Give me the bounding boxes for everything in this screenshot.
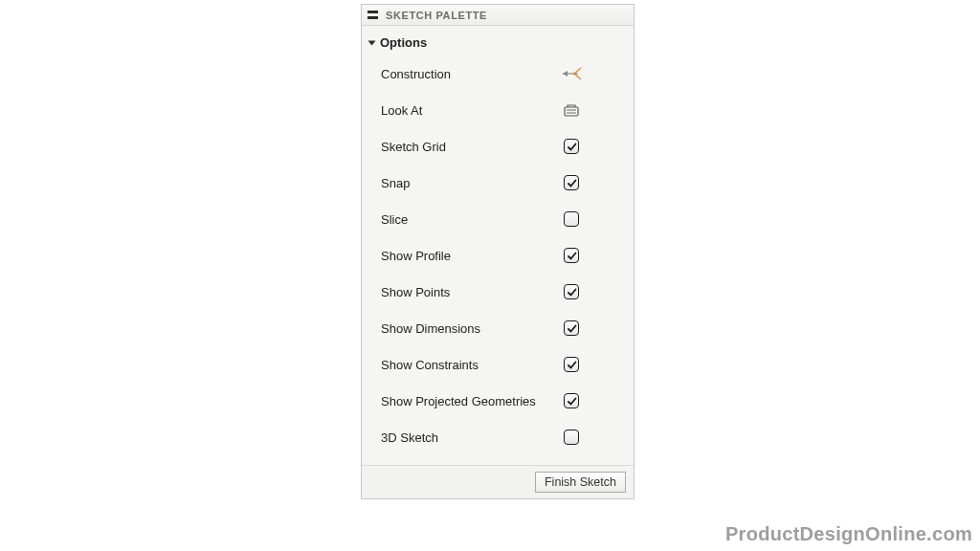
row-label: Show Points: [381, 285, 561, 299]
panel-collapse-icon[interactable]: [368, 11, 378, 19]
svg-point-6: [573, 73, 576, 76]
row-slice: Slice: [369, 201, 626, 237]
row-3d-sketch: 3D Sketch: [369, 419, 626, 455]
row-label: Show Projected Geometries: [381, 394, 561, 408]
row-label: Look At: [381, 103, 561, 118]
panel-body: Options Construction Look At: [362, 26, 634, 465]
svg-rect-0: [368, 11, 378, 13]
row-label: Show Profile: [381, 249, 561, 263]
panel-header: SKETCH PALETTE: [362, 5, 634, 26]
look-at-button[interactable]: [561, 100, 582, 120]
3d-sketch-checkbox[interactable]: [564, 430, 579, 445]
show-constraints-checkbox[interactable]: [564, 357, 579, 372]
row-sketch-grid: Sketch Grid: [369, 128, 626, 165]
row-look-at: Look At: [369, 92, 626, 128]
sketch-grid-checkbox[interactable]: [564, 139, 579, 154]
watermark-text: ProductDesignOnline.com: [725, 523, 972, 545]
svg-rect-1: [368, 16, 378, 19]
show-projected-geometries-checkbox[interactable]: [564, 393, 579, 408]
row-label: Snap: [381, 176, 561, 190]
options-disclosure[interactable]: Options: [369, 35, 626, 50]
svg-rect-7: [565, 107, 578, 116]
row-show-points: Show Points: [369, 274, 626, 310]
show-points-checkbox[interactable]: [564, 284, 579, 299]
row-snap: Snap: [369, 165, 626, 201]
row-label: Show Constraints: [381, 358, 561, 372]
finish-sketch-button[interactable]: Finish Sketch: [535, 472, 626, 493]
snap-checkbox[interactable]: [564, 175, 579, 190]
slice-checkbox[interactable]: [564, 211, 579, 227]
show-dimensions-checkbox[interactable]: [564, 320, 579, 336]
row-label: Sketch Grid: [381, 140, 561, 154]
row-label: 3D Sketch: [381, 430, 561, 445]
svg-marker-3: [563, 71, 568, 77]
svg-line-5: [574, 74, 581, 79]
row-label: Show Dimensions: [381, 321, 561, 336]
disclosure-triangle-icon: [368, 40, 376, 45]
sketch-palette-panel: SKETCH PALETTE Options Construction: [361, 4, 635, 499]
row-label: Slice: [381, 212, 561, 227]
row-show-dimensions: Show Dimensions: [369, 310, 626, 346]
options-title: Options: [380, 35, 427, 50]
row-label: Construction: [381, 67, 561, 81]
show-profile-checkbox[interactable]: [564, 248, 579, 263]
row-show-constraints: Show Constraints: [369, 346, 626, 383]
construction-toggle-button[interactable]: [561, 64, 582, 83]
look-at-icon: [562, 102, 581, 118]
panel-title: SKETCH PALETTE: [386, 10, 487, 21]
row-show-projected-geometries: Show Projected Geometries: [369, 383, 626, 419]
panel-footer: Finish Sketch: [362, 465, 634, 498]
row-show-profile: Show Profile: [369, 237, 626, 274]
compass-icon: [561, 65, 582, 82]
row-construction: Construction: [369, 55, 626, 92]
svg-line-4: [574, 68, 581, 74]
